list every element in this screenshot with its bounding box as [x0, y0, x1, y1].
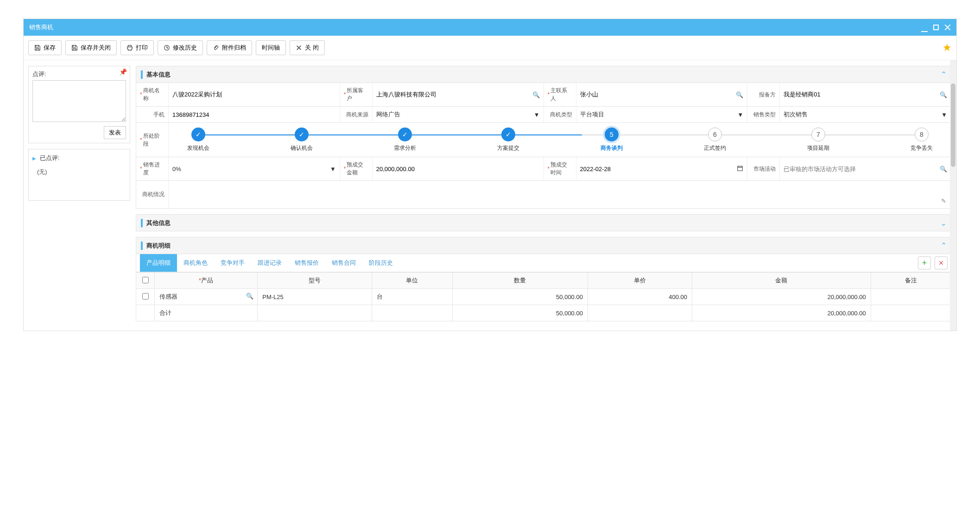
opp-name-input[interactable]: [172, 91, 336, 98]
cell-amount: 20,000,000.00: [692, 289, 871, 305]
form-row: 销售进度 0% ▼ 预成交金额 预成交时间 市场活动 🔍: [136, 157, 952, 181]
x-icon: [296, 45, 302, 51]
sidebar: 📌 点评: 发表 ▶ 已点评: (无): [24, 60, 130, 321]
col-model: 型号: [258, 273, 372, 289]
type-label: 商机类型: [544, 107, 576, 122]
history-button[interactable]: 修改历史: [158, 40, 203, 55]
situation-label: 商机情况: [136, 181, 169, 208]
section-title: 商机明细: [146, 242, 171, 250]
phone-input[interactable]: [172, 111, 336, 118]
section-other-header: 其他信息 ⌃: [136, 214, 952, 231]
search-icon[interactable]: 🔍: [246, 293, 253, 300]
triangle-icon: ▶: [32, 156, 36, 161]
search-icon[interactable]: 🔍: [940, 166, 947, 172]
chevron-up-icon[interactable]: ⌃: [941, 241, 947, 250]
stage-2[interactable]: ✓确认机会: [291, 128, 313, 152]
maximize-icon[interactable]: [933, 25, 939, 30]
chevron-down-icon[interactable]: ⌃: [941, 218, 947, 227]
expect-time-input[interactable]: [580, 166, 744, 172]
svg-rect-1: [738, 166, 743, 171]
product-table: *产品 型号 单位 数量 单价 金额 备注 传感器 🔍: [136, 272, 952, 321]
tab-role[interactable]: 商机角色: [177, 254, 214, 272]
form-row: 商机名称 所属客户 🔍 主联系人 🔍 报备方 🔍: [136, 83, 952, 107]
delete-row-button[interactable]: ×: [935, 256, 948, 269]
stage-8[interactable]: 8竞争丢失: [910, 128, 933, 152]
contact-label: 主联系人: [544, 83, 576, 106]
contact-input[interactable]: [580, 91, 744, 98]
save-and-close-button[interactable]: 保存并关闭: [65, 40, 117, 55]
edit-icon[interactable]: ✎: [941, 198, 946, 204]
activity-label: 市场活动: [747, 157, 780, 180]
search-icon[interactable]: 🔍: [532, 91, 540, 98]
publish-button[interactable]: 发表: [104, 126, 126, 139]
stage-6[interactable]: 6正式签约: [704, 128, 726, 152]
stage-3[interactable]: ✓需求分析: [394, 128, 416, 152]
progress-label: 销售进度: [136, 157, 169, 180]
stage-1[interactable]: ✓发现机会: [187, 128, 209, 152]
customer-label: 所属客户: [340, 83, 373, 106]
close-button[interactable]: 关 闭: [290, 40, 325, 55]
attachment-button[interactable]: 附件归档: [207, 40, 252, 55]
expect-amount-label: 预成交金额: [340, 157, 373, 180]
chevron-up-icon[interactable]: ⌃: [941, 70, 947, 79]
pin-icon[interactable]: 📌: [119, 68, 127, 76]
stage-4[interactable]: ✓方案提交: [497, 128, 519, 152]
progress-select[interactable]: 0%: [172, 166, 336, 172]
reporter-input[interactable]: [784, 91, 947, 98]
search-icon[interactable]: 🔍: [940, 91, 947, 98]
chevron-down-icon[interactable]: ▼: [534, 111, 540, 118]
chevron-down-icon[interactable]: ▼: [737, 111, 743, 118]
col-amount: 金额: [692, 273, 871, 289]
form-row: 手机 商机来源 网络广告 ▼ 商机类型 平台项目 ▼ 销售类型 初次销售 ▼: [136, 107, 952, 123]
tab-contract[interactable]: 销售合同: [325, 254, 362, 272]
source-label: 商机来源: [340, 107, 373, 122]
total-amount: 20,000,000.00: [692, 305, 871, 321]
col-unit: 单位: [372, 273, 452, 289]
customer-input[interactable]: [376, 91, 540, 98]
commented-label: 已点评:: [40, 154, 60, 161]
cell-price[interactable]: 400.00: [588, 289, 692, 305]
scrollbar-thumb[interactable]: [951, 83, 955, 167]
reporter-label: 报备方: [747, 83, 780, 106]
scrollbar-track[interactable]: [950, 60, 956, 331]
cell-product: 传感器: [159, 293, 177, 300]
comment-textarea[interactable]: [32, 80, 126, 122]
table-row[interactable]: 传感器 🔍 PM-L25 台 50,000.00 400.00 20,000,0…: [136, 289, 952, 305]
section-title: 其他信息: [146, 219, 171, 227]
activity-input[interactable]: [784, 166, 947, 172]
stage-7[interactable]: 7项目延期: [807, 128, 829, 152]
save-button[interactable]: 保存: [28, 40, 62, 55]
star-icon[interactable]: ★: [942, 42, 952, 54]
toolbar: 保存 保存并关闭 打印 修改历史 附件归档 时间轴: [24, 36, 956, 60]
tab-product-detail[interactable]: 产品明细: [140, 254, 177, 272]
select-all-checkbox[interactable]: [142, 277, 149, 283]
cell-note[interactable]: [871, 289, 951, 305]
expect-time-label: 预成交时间: [544, 157, 576, 180]
accent-bar: [141, 70, 143, 79]
search-icon[interactable]: 🔍: [736, 91, 743, 98]
stage-flow: ✓发现机会 ✓确认机会 ✓需求分析 ✓方案提交 5商务谈判 6正式签约 7项目延…: [169, 123, 951, 157]
titlebar: 销售商机: [24, 19, 956, 36]
tab-quote[interactable]: 销售报价: [288, 254, 325, 272]
add-row-button[interactable]: +: [918, 256, 931, 269]
tab-follow[interactable]: 跟进记录: [251, 254, 288, 272]
sale-type-select[interactable]: 初次销售: [784, 110, 947, 119]
chevron-down-icon[interactable]: ▼: [941, 111, 947, 118]
timeline-button[interactable]: 时间轴: [256, 40, 286, 55]
chevron-down-icon[interactable]: ▼: [330, 166, 336, 172]
minimize-icon[interactable]: [921, 26, 928, 32]
cell-qty[interactable]: 50,000.00: [452, 289, 588, 305]
stage-5[interactable]: 5商务谈判: [601, 128, 623, 152]
source-select[interactable]: 网络广告: [376, 110, 540, 119]
tab-competitor[interactable]: 竞争对手: [214, 254, 251, 272]
expect-amount-input[interactable]: [376, 166, 540, 172]
calendar-icon[interactable]: [737, 165, 743, 173]
col-product: *产品: [155, 273, 258, 289]
save-icon: [71, 45, 78, 51]
print-button[interactable]: 打印: [120, 40, 154, 55]
type-select[interactable]: 平台项目: [580, 110, 744, 119]
section-detail-header: 商机明细 ⌃: [136, 237, 952, 254]
tab-stage-history[interactable]: 阶段历史: [362, 254, 399, 272]
close-window-icon[interactable]: [944, 24, 951, 31]
row-checkbox[interactable]: [142, 293, 149, 300]
